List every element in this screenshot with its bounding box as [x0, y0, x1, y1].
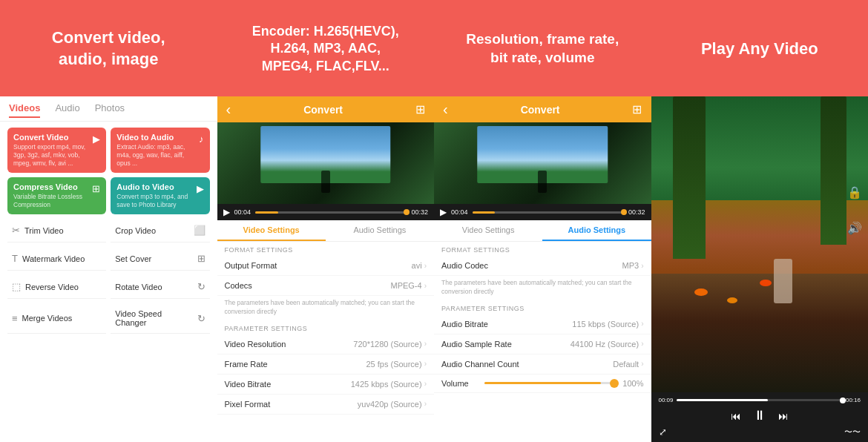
panel2-settings-tabs: Video Settings Audio Settings [217, 220, 435, 242]
tools-row-5: ⬚ Reverse Video Rotate Video ↻ [7, 275, 210, 299]
rotate-video-item[interactable]: Rotate Video ↻ [111, 275, 209, 299]
sample-rate-row[interactable]: Audio Sample Rate 44100 Hz (Source) › [434, 334, 651, 354]
video-to-audio-card[interactable]: Video to Audio Extract Audio: mp3, aac, … [111, 128, 209, 173]
play-pause-button[interactable]: ⏸ [753, 408, 766, 423]
codecs-value: MPEG-4 › [390, 281, 427, 290]
video-bitrate-row[interactable]: Video Bitrate 1425 kbps (Source) › [217, 375, 435, 395]
resolution-row[interactable]: Video Resolution 720*1280 (Source) › [217, 334, 435, 354]
merge-icon: ≡ [12, 313, 18, 324]
panel4-body: 🔒 🔊 00:09 00:16 ⏮ ⏸ ⏭ ⤢ 〜〜 [651, 96, 869, 442]
convert-title: Convert [303, 104, 343, 116]
panel2-topbar: ‹ Convert ⊞ [217, 96, 435, 122]
output-format-value: avi › [412, 261, 427, 270]
time-end: 00:32 [411, 208, 428, 216]
play-icon: ▶ [197, 183, 204, 194]
audio-to-video-text: Audio to Video Convert mp3 to mp4, and s… [116, 182, 191, 209]
tab-audio-settings[interactable]: Audio Settings [326, 220, 434, 241]
set-cover-item[interactable]: Set Cover ⊞ [111, 247, 209, 271]
player-figure [774, 259, 792, 303]
sample-rate-value: 44100 Hz (Source) › [571, 340, 644, 349]
rewind-button[interactable]: ⏮ [731, 410, 741, 422]
play-button-3[interactable]: ▶ [440, 207, 447, 217]
player-seek-bar[interactable] [677, 399, 843, 401]
panel2-title: Encoder: H.265(HEVC), H.264, MP3, AAC, M… [252, 23, 399, 75]
lock-icon[interactable]: 🔒 [847, 185, 862, 199]
video-figure [321, 171, 330, 193]
channel-count-row[interactable]: Audio Channel Count Default › [434, 354, 651, 375]
tools-row-2: Compress Video Variable Bitrate Lossless… [7, 177, 210, 214]
back-icon[interactable]: ‹ [226, 101, 231, 118]
convert-video-card[interactable]: Convert Video Support export mp4, mov, 3… [7, 128, 106, 173]
panel3-settings-tabs: Video Settings Audio Settings [434, 220, 651, 242]
auto-match-note: The parameters have been automatically m… [217, 296, 435, 320]
tab-video-settings[interactable]: Video Settings [217, 220, 326, 241]
chevron-icon-4: › [424, 360, 427, 368]
forward-button[interactable]: ⏭ [778, 410, 789, 422]
volume-fill [484, 382, 601, 384]
crop-icon: ⬜ [194, 225, 206, 236]
panel2-body: ‹ Convert ⊞ ▶ 00:04 00:32 Video Settings… [217, 96, 435, 442]
share-icon[interactable]: ⊞ [415, 102, 425, 116]
volume-slider-row: Volume 100% [434, 375, 651, 393]
speed-changer-item[interactable]: Video Speed Changer ↻ [111, 303, 209, 334]
tab-video-settings-3[interactable]: Video Settings [434, 220, 542, 241]
volume-slider[interactable] [484, 382, 614, 384]
progress-bar[interactable] [255, 211, 407, 214]
tab-videos[interactable]: Videos [9, 102, 40, 118]
convert-video-desc: Support export mp4, mov, 3gp, 3g2, asf, … [13, 143, 88, 168]
cover-icon: ⊞ [197, 253, 206, 264]
audio-codec-row[interactable]: Audio Codec MP3 › [434, 256, 651, 276]
back-icon-3[interactable]: ‹ [443, 101, 448, 118]
tab-photos[interactable]: Photos [95, 102, 125, 118]
player-seek-dot [840, 398, 846, 403]
volume-icon-overlay[interactable]: 🔊 [847, 221, 862, 235]
chevron-icon-5: › [424, 380, 427, 388]
pixel-format-label: Pixel Format [225, 400, 271, 409]
crop-video-item[interactable]: Crop Video ⬜ [111, 219, 209, 243]
tab-audio-settings-3[interactable]: Audio Settings [542, 220, 651, 241]
watermark-video-item[interactable]: T Watermark Video [7, 247, 106, 271]
video-thumbnail [217, 122, 435, 204]
channel-count-label: Audio Channel Count [441, 360, 519, 369]
audio-to-video-desc: Convert mp3 to mp4, and save to Photo Li… [116, 193, 191, 209]
scissors-icon: ✂ [12, 225, 20, 236]
reverse-video-item[interactable]: ⬚ Reverse Video [7, 275, 106, 299]
format-section-label-3: FORMAT SETTINGS [434, 242, 651, 256]
audio-to-video-title: Audio to Video [116, 182, 191, 191]
audio-to-video-card[interactable]: Audio to Video Convert mp3 to mp4, and s… [111, 177, 209, 214]
panel3-header: Resolution, frame rate, bit rate, volume [434, 0, 651, 96]
convert-title-3: Convert [521, 104, 560, 116]
tab-audio[interactable]: Audio [55, 102, 79, 118]
audio-bitrate-row[interactable]: Audio Bitrate 115 kbps (Source) › [434, 314, 651, 334]
chevron-icon: › [424, 262, 427, 270]
volume-label: Volume [441, 379, 479, 388]
compress-video-card[interactable]: Compress Video Variable Bitrate Lossless… [7, 177, 106, 214]
player-controls: 00:09 00:16 ⏮ ⏸ ⏭ ⤢ 〜〜 [651, 392, 869, 442]
time-end-3: 00:32 [628, 208, 645, 216]
convert-video-text: Convert Video Support export mp4, mov, 3… [13, 133, 88, 168]
merge-videos-item[interactable]: ≡ Merge Videos [7, 303, 106, 334]
speed-changer-label: Video Speed Changer [115, 309, 162, 327]
pixel-format-row[interactable]: Pixel Format yuv420p (Source) › [217, 395, 435, 415]
merge-videos-label: Merge Videos [22, 314, 73, 323]
player-extra-controls: ⤢ 〜〜 [659, 426, 861, 438]
tools-row-4: T Watermark Video Set Cover ⊞ [7, 247, 210, 271]
output-format-row[interactable]: Output Format avi › [217, 256, 435, 276]
panel4-title: Play Any Video [701, 39, 818, 60]
panel-player: Play Any Video 🔒 🔊 [651, 0, 869, 442]
frame-rate-row[interactable]: Frame Rate 25 fps (Source) › [217, 354, 435, 375]
fullscreen-icon[interactable]: ⤢ [659, 426, 667, 438]
frame-rate-label: Frame Rate [225, 360, 268, 369]
trim-video-item[interactable]: ✂ Trim Video [7, 219, 106, 243]
share-icon-3[interactable]: ⊞ [632, 102, 642, 116]
player-progress-bar: 00:09 00:16 [659, 397, 861, 403]
progress-bar-3[interactable] [473, 211, 624, 214]
reverse-icon: ⬚ [12, 281, 21, 292]
codecs-row[interactable]: Codecs MPEG-4 › [217, 276, 435, 296]
tools-row-1: Convert Video Support export mp4, mov, 3… [7, 128, 210, 173]
panel-tools: Convert video, audio, image Videos Audio… [0, 0, 217, 442]
waveform-icon[interactable]: 〜〜 [844, 426, 861, 438]
panel2-video-controls: ▶ 00:04 00:32 [217, 204, 435, 220]
play-button[interactable]: ▶ [223, 207, 230, 217]
tools-grid: Convert Video Support export mp4, mov, 3… [0, 122, 217, 340]
